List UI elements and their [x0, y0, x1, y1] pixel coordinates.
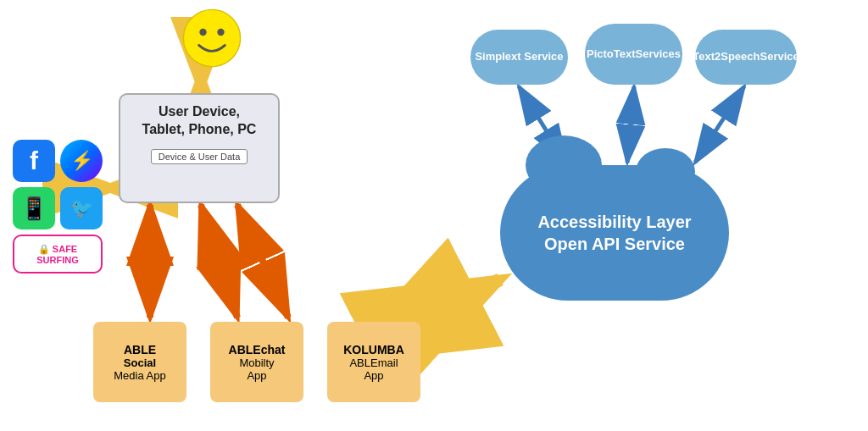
able-social-detail: Media App	[114, 369, 165, 382]
kolumba-box: KOLUMBA ABLEmail App	[327, 322, 420, 402]
whatsapp-icon[interactable]: 📱	[13, 187, 55, 229]
kolumba-title: KOLUMBA	[343, 343, 404, 356]
user-device-box: User Device, Tablet, Phone, PC Device & …	[119, 93, 280, 203]
svg-line-10	[237, 205, 288, 318]
kolumba-subtitle: ABLEmail	[349, 356, 398, 369]
simplext-cloud: Simplext Service	[470, 30, 568, 85]
bottom-apps-row: ABLE Social Media App ABLEchat Mobilty A…	[93, 322, 420, 402]
accessibility-layer-cloud: Accessibility LayerOpen API Service	[500, 165, 729, 301]
svg-point-16	[199, 29, 206, 36]
svg-point-15	[183, 9, 240, 66]
svg-point-17	[217, 29, 224, 36]
able-social-title: ABLE	[124, 343, 156, 356]
svg-line-14	[695, 86, 744, 163]
ablechat-subtitle: Mobilty	[239, 356, 274, 369]
diagram: User Device, Tablet, Phone, PC Device & …	[0, 0, 868, 431]
accessibility-layer-text: Accessibility LayerOpen API Service	[537, 211, 691, 255]
device-box-title: User Device, Tablet, Phone, PC	[142, 103, 257, 139]
pictotext-cloud: PictoTextServices	[585, 24, 682, 85]
device-data-badge: Device & User Data	[151, 149, 248, 164]
messenger-icon[interactable]: ⚡	[60, 140, 103, 182]
twitter-icon[interactable]: 🐦	[60, 187, 103, 229]
ablechat-title: ABLEchat	[229, 343, 286, 356]
ablechat-box: ABLEchat Mobilty App	[210, 322, 303, 402]
app-icons-group: f ⚡ 📱 🐦 🔒 SAFE SURFING	[13, 140, 103, 277]
able-social-box: ABLE Social Media App	[93, 322, 186, 402]
text2speech-cloud: Text2SpeechService	[695, 30, 797, 85]
able-social-subtitle: Social	[124, 356, 156, 369]
ablechat-detail: App	[247, 369, 266, 382]
svg-line-9	[201, 205, 237, 318]
kolumba-detail: App	[364, 369, 383, 382]
svg-line-13	[627, 86, 634, 163]
facebook-icon[interactable]: f	[13, 140, 55, 182]
safesurfing-icon[interactable]: 🔒 SAFE SURFING	[13, 235, 103, 274]
smiley-face	[182, 8, 242, 68]
